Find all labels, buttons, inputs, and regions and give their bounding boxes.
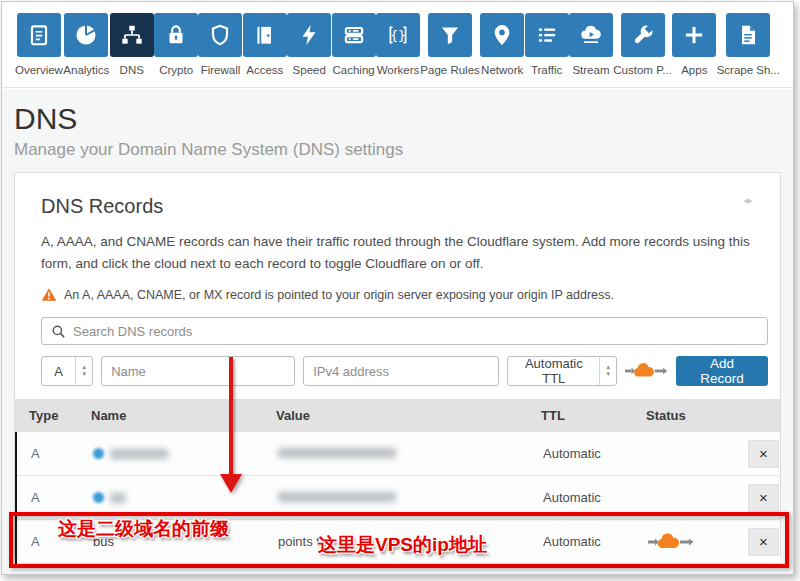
nav-item-apps[interactable]: Apps — [672, 13, 716, 76]
map-pin-icon — [480, 13, 524, 57]
warning-triangle-icon — [41, 287, 57, 302]
table-row-highlighted: A bus points to Automatic × — [17, 520, 780, 564]
nav-item-page-rules[interactable]: Page Rules — [420, 13, 479, 76]
stepper-icon: ▲▼ — [75, 357, 92, 385]
record-value: points to — [278, 534, 543, 549]
nav-item-traffic[interactable]: Traffic — [525, 13, 569, 76]
add-record-form: A ▲▼ Automatic TTL ▲▼ Add Record — [41, 356, 768, 386]
record-name: bus — [93, 534, 278, 549]
delete-record-button[interactable]: × — [748, 528, 779, 556]
blurred-dot — [93, 448, 104, 459]
header-type: Type — [29, 408, 91, 423]
nav-label: Apps — [681, 64, 707, 76]
record-type: A — [31, 534, 93, 549]
record-ttl: Automatic — [543, 446, 648, 461]
network-tree-icon — [110, 13, 154, 57]
nav-item-dns[interactable]: DNS — [110, 13, 154, 76]
nav-label: Custom P... — [613, 64, 672, 76]
record-status — [648, 530, 744, 554]
record-type: A — [31, 490, 93, 505]
search-input[interactable] — [73, 324, 767, 339]
nav-label: Overview — [15, 64, 63, 76]
nav-item-custom-pages[interactable]: Custom P... — [613, 13, 672, 76]
dns-records-card: DNS Records ◀▶ A, AAAA, and CNAME record… — [14, 172, 781, 557]
door-icon — [243, 13, 287, 57]
code-braces-icon: {} — [376, 13, 420, 57]
header-ttl: TTL — [541, 408, 646, 423]
page-subtitle: Manage your Domain Name System (DNS) set… — [14, 140, 781, 160]
cloud-play-icon — [569, 13, 613, 57]
nav-label: Network — [481, 64, 523, 76]
search-icon — [51, 324, 66, 339]
wrench-icon — [621, 13, 665, 57]
nav-label: Workers — [377, 64, 420, 76]
ttl-value: Automatic TTL — [508, 356, 599, 386]
nav-item-caching[interactable]: Caching — [332, 13, 376, 76]
origin-ip-warning: An A, AAAA, CNAME, or MX record is point… — [41, 287, 768, 302]
table-row: A Automatic × — [17, 476, 780, 520]
nav-item-overview[interactable]: Overview — [15, 13, 63, 76]
nav-item-scrape-shield[interactable]: Scrape Sh... — [717, 13, 780, 76]
cloudflare-on-icon[interactable] — [648, 530, 694, 554]
list-icon — [525, 13, 569, 57]
card-description: A, AAAA, and CNAME records can have thei… — [41, 231, 768, 274]
top-navigation: Overview Analytics DNS Crypto Firewall — [2, 2, 793, 88]
nav-label: Speed — [293, 64, 326, 76]
collapse-toggle-icon[interactable]: ◀▶ — [743, 197, 752, 205]
nav-label: Traffic — [531, 64, 562, 76]
funnel-icon — [428, 13, 472, 57]
record-name — [93, 448, 278, 459]
nav-label: Scrape Sh... — [717, 64, 780, 76]
warning-text: An A, AAAA, CNAME, or MX record is point… — [64, 288, 614, 302]
nav-item-access[interactable]: Access — [243, 13, 287, 76]
add-record-button[interactable]: Add Record — [676, 356, 768, 386]
padlock-icon — [154, 13, 198, 57]
record-name-input[interactable] — [101, 356, 295, 386]
ttl-select[interactable]: Automatic TTL ▲▼ — [507, 356, 617, 386]
overview-icon — [17, 13, 61, 57]
blurred-dot — [93, 492, 104, 503]
nav-label: Caching — [332, 64, 374, 76]
nav-item-network[interactable]: Network — [480, 13, 524, 76]
table-header-row: Type Name Value TTL Status — [15, 399, 780, 432]
nav-item-stream[interactable]: Stream — [569, 13, 613, 76]
cloudflare-dashboard-window: Overview Analytics DNS Crypto Firewall — [1, 1, 794, 575]
record-type: A — [31, 446, 93, 461]
record-ttl: Automatic — [543, 534, 648, 549]
nav-label: Access — [246, 64, 283, 76]
record-value — [278, 490, 543, 505]
record-type-select[interactable]: A ▲▼ — [41, 356, 93, 386]
pie-chart-icon — [64, 13, 108, 57]
blurred-name — [110, 449, 168, 459]
delete-record-button[interactable]: × — [748, 484, 779, 512]
svg-text:{}: {} — [390, 28, 406, 43]
nav-item-firewall[interactable]: Firewall — [198, 13, 242, 76]
nav-item-workers[interactable]: {} Workers — [376, 13, 420, 76]
nav-label: Firewall — [201, 64, 241, 76]
nav-label: Stream — [572, 64, 609, 76]
blurred-value — [278, 448, 396, 458]
dns-records-table: Type Name Value TTL Status A Automatic × — [15, 399, 780, 564]
delete-record-button[interactable]: × — [748, 440, 779, 468]
record-ttl: Automatic — [543, 490, 648, 505]
cloudflare-toggle-icon[interactable] — [625, 359, 668, 383]
server-stack-icon — [332, 13, 376, 57]
document-icon — [726, 13, 770, 57]
plus-icon — [672, 13, 716, 57]
header-value: Value — [276, 408, 541, 423]
record-name — [93, 492, 278, 503]
card-title: DNS Records — [41, 195, 768, 218]
nav-label: Page Rules — [420, 64, 479, 76]
nav-item-analytics[interactable]: Analytics — [63, 13, 109, 76]
lightning-bolt-icon — [287, 13, 331, 57]
nav-item-crypto[interactable]: Crypto — [154, 13, 198, 76]
nav-label: Analytics — [63, 64, 109, 76]
table-row: A Automatic × — [17, 432, 780, 476]
dns-page: DNS Manage your Domain Name System (DNS)… — [2, 89, 793, 574]
record-value-input[interactable] — [303, 356, 499, 386]
stepper-icon: ▲▼ — [599, 357, 616, 385]
record-value — [278, 446, 543, 461]
blurred-value — [278, 492, 396, 502]
nav-label: DNS — [120, 64, 144, 76]
nav-item-speed[interactable]: Speed — [287, 13, 331, 76]
